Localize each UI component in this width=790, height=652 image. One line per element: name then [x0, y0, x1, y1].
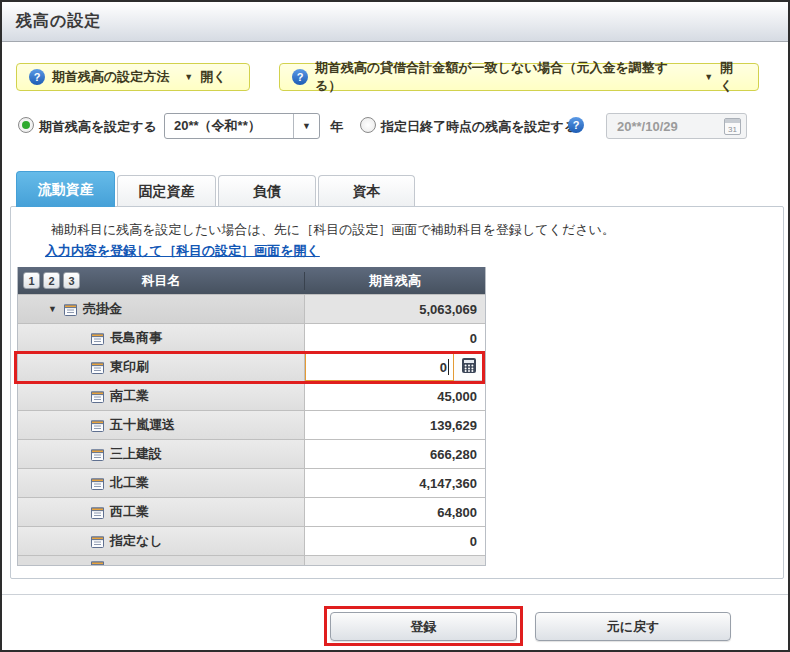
help-button-label: 期首残高の貸借合計金額が一致しない場合（元入金を調整する） [315, 59, 689, 95]
collapse-triangle-icon[interactable]: ▼ [48, 304, 57, 314]
ledger-icon [90, 389, 105, 404]
balance-value: 139,629 [304, 411, 485, 439]
table-row-accounts-receivable[interactable]: ▼ 売掛金 5,063,069 [18, 294, 485, 323]
tab-capital[interactable]: 資本 [318, 175, 415, 207]
balance-value: 5,063,069 [304, 295, 485, 323]
table-row[interactable]: 南工業 45,000 [18, 381, 485, 410]
revert-button[interactable]: 元に戻す [535, 612, 731, 641]
help-icon: ? [292, 69, 308, 85]
balance-value: 64,800 [304, 498, 485, 526]
tab-fixed-assets[interactable]: 固定資産 [117, 175, 216, 207]
radio-set-opening-balance[interactable] [18, 117, 34, 133]
help-button-mismatch[interactable]: ? 期首残高の貸借合計金額が一致しない場合（元入金を調整する） ▼ 開く [279, 63, 759, 91]
level-1-button[interactable]: 1 [23, 272, 40, 289]
ledger-icon [90, 418, 105, 433]
year-suffix-label: 年 [330, 118, 343, 136]
table-row[interactable]: 長島商事 0 [18, 323, 485, 352]
chevron-down-icon: ▼ [704, 72, 713, 82]
table-row-editing[interactable]: 東印刷 0 [18, 352, 485, 381]
date-input-value: 20**/10/29 [607, 119, 724, 134]
balance-panel: 補助科目に残高を設定したい場合は、先に［科目の設定］画面で補助科目を登録してくだ… [10, 206, 784, 579]
tab-liabilities[interactable]: 負債 [218, 175, 316, 207]
help-icon: ? [29, 69, 45, 85]
period-settings-row: 期首残高を設定する 20**（令和**） ▼ 年 指定日終了時点の残高を設定する… [2, 110, 788, 140]
chevron-down-icon: ▼ [293, 114, 319, 138]
footer-divider [2, 594, 788, 595]
ledger-icon [90, 559, 105, 565]
ledger-icon [90, 447, 105, 462]
title-bar: 残高の設定 [2, 2, 788, 42]
balance-table: 1 2 3 科目名 期首残高 ▼ 売掛金 5,063,069 [17, 267, 486, 566]
calculator-icon [461, 357, 477, 377]
balance-value: 4,147,360 [304, 469, 485, 497]
table-row[interactable]: 指定なし 0 [18, 526, 485, 555]
opening-balance-input[interactable]: 0 [305, 353, 454, 381]
column-header-opening-balance: 期首残高 [304, 272, 485, 290]
radio-set-date-balance-label: 指定日終了時点の残高を設定する [381, 118, 577, 136]
level-2-button[interactable]: 2 [43, 272, 60, 289]
ledger-icon [90, 360, 105, 375]
ledger-icon [63, 302, 78, 317]
help-button-label: 期首残高の設定方法 [52, 68, 169, 86]
notice-text: 補助科目に残高を設定したい場合は、先に［科目の設定］画面で補助科目を登録してくだ… [51, 221, 615, 239]
radio-set-date-balance[interactable] [360, 117, 376, 133]
tab-current-assets[interactable]: 流動資産 [16, 171, 115, 207]
table-header: 1 2 3 科目名 期首残高 [18, 267, 485, 294]
balance-value: 0 [304, 324, 485, 352]
open-account-settings-link[interactable]: 入力内容を登録して［科目の設定］画面を開く [45, 242, 320, 260]
ledger-icon [90, 476, 105, 491]
ledger-icon [90, 534, 105, 549]
help-button-setup-method[interactable]: ? 期首残高の設定方法 ▼ 開く [16, 63, 250, 91]
balance-settings-window: 残高の設定 ? 期首残高の設定方法 ▼ 開く ? 期首残高の貸借合計金額が一致し… [0, 0, 790, 652]
calendar-icon: 31 [724, 118, 741, 135]
radio-set-opening-balance-label: 期首残高を設定する [39, 118, 157, 136]
table-row-clipped [18, 555, 485, 565]
calculator-button[interactable] [454, 353, 485, 381]
table-row[interactable]: 五十嵐運送 139,629 [18, 410, 485, 439]
ledger-icon [90, 331, 105, 346]
ledger-icon [90, 505, 105, 520]
year-select[interactable]: 20**（令和**） ▼ [164, 113, 320, 139]
level-3-button[interactable]: 3 [63, 272, 80, 289]
table-row[interactable]: 三上建設 666,280 [18, 439, 485, 468]
help-button-toggle: 開く [200, 68, 226, 86]
balance-value: 0 [304, 527, 485, 555]
table-row[interactable]: 北工業 4,147,360 [18, 468, 485, 497]
register-button[interactable]: 登録 [330, 612, 517, 641]
page-title: 残高の設定 [16, 11, 101, 32]
chevron-down-icon: ▼ [184, 72, 193, 82]
help-button-toggle: 開く [720, 59, 746, 95]
text-cursor [448, 359, 449, 375]
table-row[interactable]: 西工業 64,800 [18, 497, 485, 526]
year-select-value: 20**（令和**） [165, 117, 293, 135]
balance-value: 666,280 [304, 440, 485, 468]
date-input: 20**/10/29 31 [606, 113, 747, 139]
balance-value: 45,000 [304, 382, 485, 410]
help-icon[interactable]: ? [568, 117, 584, 133]
